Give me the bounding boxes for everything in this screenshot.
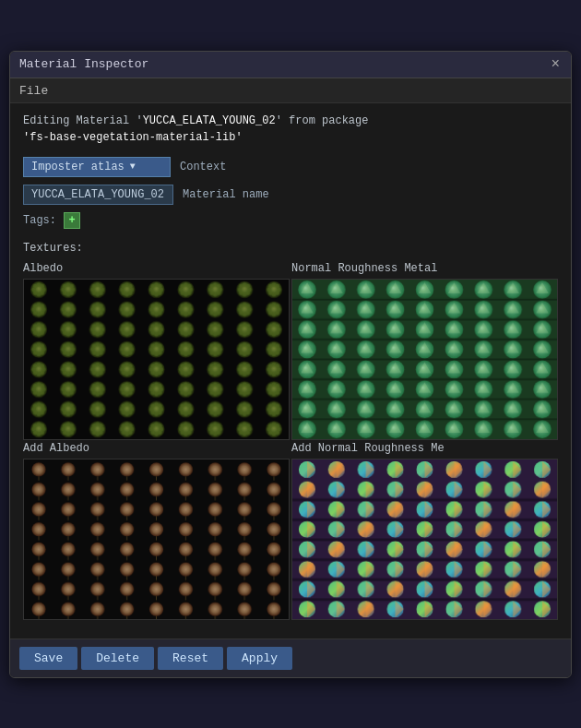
context-label: Context	[180, 161, 226, 173]
tags-label: Tags:	[23, 214, 56, 227]
add-albedo-canvas	[24, 459, 289, 619]
albedo-label: Albedo	[23, 262, 290, 275]
material-inspector-window: Material Inspector × File Editing Materi…	[9, 51, 572, 678]
add-albedo-label: Add Albedo	[23, 442, 290, 455]
add-normal-cell: Add Normal Roughness Me	[291, 442, 558, 620]
context-dropdown[interactable]: Imposter atlas ▼	[23, 157, 171, 177]
editing-package: 'fs-base-vegetation-material-lib'	[23, 131, 243, 144]
albedo-preview[interactable]	[23, 279, 290, 440]
title-bar: Material Inspector ×	[10, 52, 571, 78]
editing-middle: ' from package	[276, 114, 369, 127]
window-title: Material Inspector	[19, 57, 148, 71]
normal-label: Normal Roughness Metal	[291, 262, 558, 275]
add-normal-label: Add Normal Roughness Me	[291, 442, 558, 455]
tags-row: Tags: +	[23, 212, 558, 229]
material-name-label: Material name	[183, 188, 269, 201]
context-row: Imposter atlas ▼ Context	[23, 157, 558, 177]
content-area: Editing Material 'YUCCA_ELATA_YOUNG_02' …	[10, 103, 571, 638]
menu-bar: File	[10, 78, 571, 103]
add-albedo-cell: Add Albedo	[23, 442, 290, 620]
textures-grid: Albedo Normal Roughness Metal Add Albedo	[23, 262, 558, 620]
editing-prefix: Editing Material '	[23, 114, 143, 127]
dropdown-arrow-icon: ▼	[130, 161, 136, 172]
textures-section-title: Textures:	[23, 242, 558, 255]
file-menu[interactable]: File	[19, 84, 48, 98]
add-tag-button[interactable]: +	[64, 212, 80, 229]
apply-button[interactable]: Apply	[227, 647, 292, 670]
normal-preview[interactable]	[291, 279, 558, 440]
add-albedo-preview[interactable]	[23, 459, 290, 620]
normal-canvas	[292, 280, 557, 439]
save-button[interactable]: Save	[19, 647, 77, 670]
normal-cell: Normal Roughness Metal	[291, 262, 558, 440]
material-name-input[interactable]	[23, 185, 173, 205]
reset-button[interactable]: Reset	[158, 647, 223, 670]
editing-material-name: YUCCA_ELATA_YOUNG_02	[143, 114, 276, 127]
close-button[interactable]: ×	[549, 57, 562, 72]
albedo-cell: Albedo	[23, 262, 290, 440]
add-normal-canvas	[292, 459, 557, 619]
albedo-canvas	[24, 280, 289, 439]
material-name-row: Material name	[23, 185, 558, 205]
add-normal-preview[interactable]	[291, 459, 558, 620]
delete-button[interactable]: Delete	[81, 647, 154, 670]
action-bar: Save Delete Reset Apply	[10, 638, 571, 677]
context-value: Imposter atlas	[31, 161, 125, 173]
editing-info: Editing Material 'YUCCA_ELATA_YOUNG_02' …	[23, 113, 558, 146]
